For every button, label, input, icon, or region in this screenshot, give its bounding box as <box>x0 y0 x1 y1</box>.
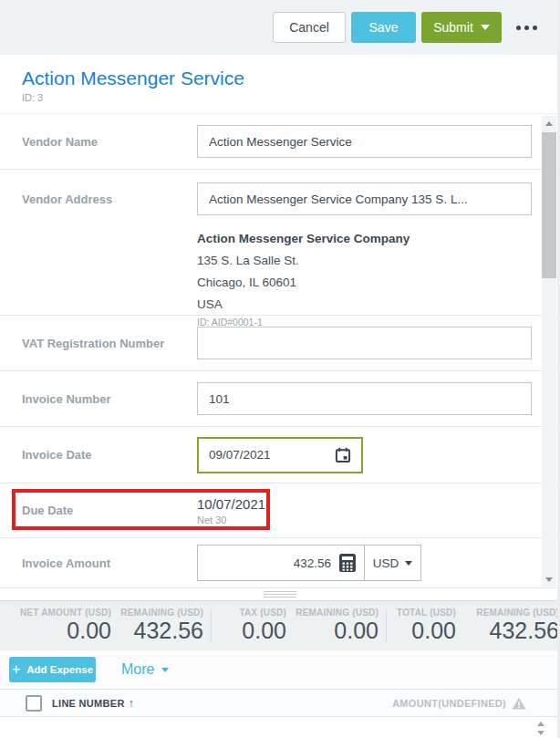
invoice-detail-screen: Cancel Save Submit Action Messenger Serv… <box>0 0 560 738</box>
scrollbar-thumb[interactable] <box>542 132 556 278</box>
invoice-date-input[interactable]: 09/07/2021 <box>197 437 363 473</box>
chevron-down-icon <box>405 561 412 566</box>
tax-stat: TAX (USD) 0.00 <box>219 608 286 644</box>
vendor-address-input[interactable] <box>197 182 532 215</box>
due-date-label: Due Date <box>0 483 197 537</box>
line-number-header-label: LINE NUMBER <box>52 698 125 709</box>
invoice-amount-group: 432.56 USD <box>197 545 421 581</box>
chevron-down-icon <box>161 668 169 672</box>
submit-button[interactable]: Submit <box>421 12 502 43</box>
invoice-amount-input[interactable]: 432.56 <box>198 546 364 580</box>
drag-handle-icon <box>264 591 296 592</box>
totals-summary-bar: NET AMOUNT (USD) 0.00 REMAINING (USD) 43… <box>0 600 560 650</box>
cancel-button[interactable]: Cancel <box>273 12 346 43</box>
sort-ascending-icon: ↑ <box>129 697 134 710</box>
scroll-down-button[interactable] <box>542 572 556 587</box>
select-all-checkbox[interactable] <box>26 695 42 712</box>
vendor-name-row: Vendor Name <box>0 114 560 170</box>
ellipsis-icon <box>516 26 521 30</box>
stat-value: 0.00 <box>334 618 379 644</box>
due-date-row: Due Date 10/07/2021 Net 30 <box>0 483 560 538</box>
action-toolbar: Cancel Save Submit <box>0 0 560 55</box>
vendor-street: 135 S. La Salle St. <box>197 250 410 272</box>
more-label: More <box>121 661 154 678</box>
invoice-number-input[interactable] <box>197 382 532 415</box>
invoice-date-row: Invoice Date 09/07/2021 <box>0 427 560 483</box>
total-remaining-stat: REMAINING (USD) 432.56 <box>456 608 559 644</box>
currency-code: USD <box>373 556 399 570</box>
net-amount-stat: NET AMOUNT (USD) 0.00 <box>18 608 111 644</box>
invoice-amount-value: 432.56 <box>294 556 331 570</box>
more-menu-button[interactable]: More <box>121 661 169 678</box>
stat-value: 432.56 <box>490 618 559 644</box>
triangle-up-icon <box>545 121 553 126</box>
stat-value: 0.00 <box>242 618 286 644</box>
vendor-name-label: Vendor Name <box>0 114 197 169</box>
invoice-form: Vendor Name Vendor Address Action Messen… <box>0 114 560 588</box>
vendor-city: Chicago, IL 60601 <box>197 272 410 294</box>
invoice-amount-row: Invoice Amount 432.56 USD <box>0 538 560 588</box>
vendor-company-name: Action Messenger Service Company <box>197 228 410 250</box>
calculator-icon[interactable] <box>338 553 357 573</box>
stat-value: 0.00 <box>411 618 456 644</box>
page-title: Action Messenger Service <box>22 67 560 89</box>
stat-value: 0.00 <box>67 618 111 644</box>
stat-label: NET AMOUNT (USD) <box>20 608 111 618</box>
header-section: Action Messenger Service ID: 3 <box>0 55 560 114</box>
stat-value: 432.56 <box>134 618 203 644</box>
scroll-up-button[interactable] <box>542 116 556 130</box>
vendor-name-input[interactable] <box>197 125 532 158</box>
tax-remaining-stat: REMAINING (USD) 0.00 <box>286 608 379 644</box>
payment-terms: Net 30 <box>197 515 265 525</box>
total-stat: TOTAL (USD) 0.00 <box>394 608 456 644</box>
stat-label: REMAINING (USD) <box>120 608 203 618</box>
add-expense-label: Add Expense <box>26 664 93 675</box>
expense-lines-section: + Add Expense More LINE NUMBER ↑ AMOUNT(… <box>0 650 560 738</box>
table-scrollbar[interactable] <box>537 722 544 735</box>
vat-number-row: VAT Registration Number <box>0 316 560 371</box>
vendor-address-display: Action Messenger Service Company 135 S. … <box>197 228 410 329</box>
triangle-up-icon <box>537 722 544 726</box>
submit-button-label: Submit <box>433 20 473 35</box>
add-expense-button[interactable]: + Add Expense <box>9 657 96 682</box>
net-remaining-stat: REMAINING (USD) 432.56 <box>111 608 203 644</box>
triangle-down-icon <box>545 577 553 582</box>
stat-label: REMAINING (USD) <box>476 608 559 618</box>
invoice-date-label: Invoice Date <box>0 427 197 483</box>
expense-table-body <box>0 717 560 738</box>
amount-column-header[interactable]: AMOUNT(UNDEFINED) <box>392 697 526 710</box>
invoice-amount-label: Invoice Amount <box>0 538 197 587</box>
triangle-down-icon <box>537 731 544 735</box>
calendar-icon[interactable] <box>334 446 352 464</box>
stat-label: TOTAL (USD) <box>397 608 456 618</box>
chevron-down-icon <box>481 25 490 30</box>
stat-label: TAX (USD) <box>239 608 286 618</box>
vendor-address-label: Vendor Address <box>0 182 197 215</box>
line-number-column-header[interactable]: LINE NUMBER ↑ <box>52 697 134 710</box>
panel-resize-handle[interactable] <box>0 588 560 600</box>
vendor-country: USA <box>197 294 410 316</box>
form-scrollbar[interactable] <box>542 116 556 587</box>
more-actions-button[interactable] <box>514 20 539 36</box>
expense-toolbar: + Add Expense More <box>0 650 560 689</box>
due-date-display: 10/07/2021 Net 30 <box>197 496 265 525</box>
record-id: ID: 3 <box>22 92 560 103</box>
amount-header-label: AMOUNT(UNDEFINED) <box>392 698 506 709</box>
plus-icon: + <box>12 662 20 677</box>
invoice-number-row: Invoice Number <box>0 371 560 427</box>
divider <box>386 609 387 642</box>
currency-selector[interactable]: USD <box>364 546 420 580</box>
invoice-date-value: 09/07/2021 <box>209 448 271 462</box>
stat-label: REMAINING (USD) <box>296 608 379 618</box>
vat-number-label: VAT Registration Number <box>0 316 197 370</box>
expense-table-header: LINE NUMBER ↑ AMOUNT(UNDEFINED) <box>0 689 560 717</box>
save-button[interactable]: Save <box>351 12 416 43</box>
warning-icon <box>512 697 526 710</box>
divider <box>211 609 212 642</box>
vendor-address-row: Vendor Address Action Messenger Service … <box>0 170 560 316</box>
invoice-number-label: Invoice Number <box>0 371 197 426</box>
vat-number-input[interactable] <box>197 327 532 359</box>
due-date-value: 10/07/2021 <box>197 496 265 513</box>
